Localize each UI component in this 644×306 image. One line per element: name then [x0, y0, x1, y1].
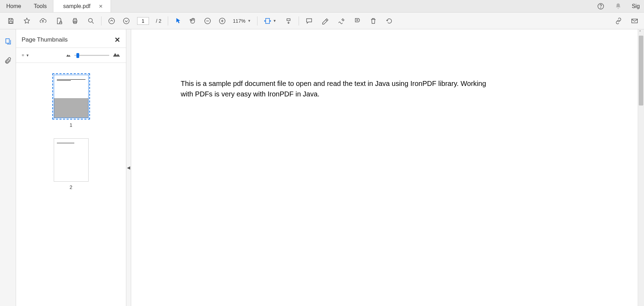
thumbnail-list: 1 2 — [16, 63, 126, 306]
thumbnail-page-1[interactable]: 1 — [52, 73, 90, 128]
sign-in-label[interactable]: Sig — [632, 3, 640, 9]
svg-rect-13 — [632, 19, 638, 23]
bell-icon[interactable] — [614, 2, 622, 10]
rotate-icon[interactable] — [385, 17, 393, 25]
svg-rect-14 — [6, 39, 9, 43]
left-rail — [0, 29, 16, 306]
delete-icon[interactable] — [369, 17, 377, 25]
thumbnail-page-2[interactable]: 2 — [54, 138, 89, 190]
thumbnails-panel-title: Page Thumbnails — [22, 36, 68, 43]
svg-rect-11 — [266, 18, 270, 23]
thumbnails-rail-icon[interactable] — [4, 38, 12, 45]
cloud-upload-icon[interactable] — [39, 17, 47, 25]
svg-point-6 — [89, 18, 92, 22]
select-tool-icon[interactable] — [174, 17, 182, 25]
large-thumbnail-icon — [113, 52, 120, 58]
save-icon[interactable] — [7, 17, 15, 25]
highlight-icon[interactable] — [321, 17, 329, 25]
close-tab-icon[interactable]: ✕ — [99, 3, 103, 9]
comment-icon[interactable] — [305, 17, 313, 25]
thumbnail-size-slider[interactable] — [66, 52, 120, 58]
main-toolbar: / 2 117% ▼ ▼ — [0, 13, 644, 29]
attachment-rail-icon[interactable] — [4, 57, 12, 64]
svg-point-7 — [109, 18, 115, 24]
help-icon[interactable] — [597, 2, 605, 10]
sign-icon[interactable] — [337, 17, 345, 25]
svg-rect-5 — [74, 21, 76, 23]
svg-rect-15 — [22, 54, 24, 56]
zoom-out-icon[interactable] — [204, 17, 211, 25]
home-tab[interactable]: Home — [0, 0, 28, 12]
page-down-icon[interactable] — [122, 17, 130, 25]
scroll-mode-icon[interactable] — [285, 17, 292, 25]
document-tab-title: sample.pdf — [63, 3, 90, 9]
search-icon[interactable] — [87, 17, 95, 25]
collapse-arrow-icon: ◀ — [127, 165, 130, 170]
thumbnails-close-icon[interactable]: ✕ — [114, 36, 120, 44]
svg-rect-12 — [287, 19, 290, 21]
file-lock-icon[interactable] — [55, 17, 63, 25]
scroll-up-icon[interactable]: ˄ — [639, 30, 641, 35]
zoom-in-icon[interactable] — [218, 17, 226, 25]
zoom-value-label: 117% — [233, 18, 246, 24]
document-tab[interactable]: sample.pdf ✕ — [53, 0, 111, 12]
document-text: This is a sample pdf document file to op… — [131, 29, 487, 99]
page-total-label: / 2 — [156, 18, 162, 24]
thumbnail-page-1-number: 1 — [70, 122, 73, 128]
svg-rect-3 — [60, 22, 62, 24]
hand-tool-icon[interactable] — [189, 17, 197, 25]
thumbnails-options-icon[interactable]: ▼ — [22, 51, 29, 59]
small-thumbnail-icon — [66, 52, 71, 58]
slider-knob[interactable] — [76, 53, 79, 58]
scrollbar-thumb[interactable] — [639, 36, 643, 105]
fit-width-icon[interactable] — [264, 17, 271, 25]
fit-width-caret-icon[interactable]: ▼ — [273, 19, 276, 23]
svg-point-8 — [123, 18, 129, 24]
svg-point-1 — [600, 8, 601, 8]
link-share-icon[interactable] — [615, 17, 622, 25]
stamp-icon[interactable] — [353, 17, 361, 25]
zoom-value-dropdown[interactable]: 117% ▼ — [233, 18, 251, 24]
slider-track[interactable] — [74, 55, 109, 56]
email-icon[interactable] — [631, 17, 638, 25]
zoom-caret-icon: ▼ — [247, 19, 251, 23]
document-view[interactable]: This is a sample pdf document file to op… — [131, 29, 644, 306]
thumbnails-panel: Page Thumbnails ✕ ▼ — [16, 29, 126, 306]
page-number-input[interactable] — [137, 17, 149, 25]
svg-rect-2 — [9, 21, 12, 23]
tools-tab[interactable]: Tools — [28, 0, 53, 12]
print-icon[interactable] — [71, 17, 79, 25]
main-body: Page Thumbnails ✕ ▼ — [0, 29, 644, 306]
collapse-thumbnails-handle[interactable]: ◀ — [126, 29, 131, 306]
vertical-scrollbar[interactable]: ˄ — [638, 29, 644, 306]
star-icon[interactable] — [23, 17, 31, 25]
page-up-icon[interactable] — [108, 17, 115, 25]
top-tab-bar: Home Tools sample.pdf ✕ Sig — [0, 0, 644, 13]
thumbnail-page-2-number: 2 — [70, 184, 73, 190]
